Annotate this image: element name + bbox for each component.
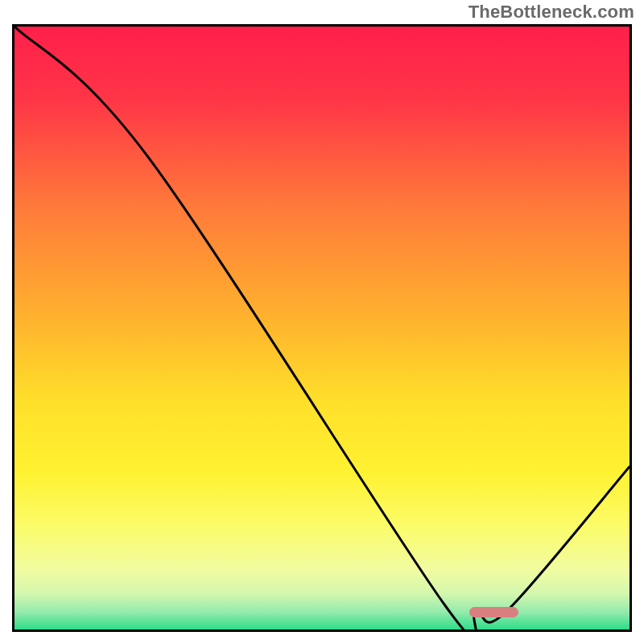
chart-container: TheBottleneck.com [0,0,644,644]
optimal-marker [469,607,518,617]
watermark-text: TheBottleneck.com [469,2,634,23]
plot-frame [12,24,632,632]
bottleneck-curve [14,27,630,630]
